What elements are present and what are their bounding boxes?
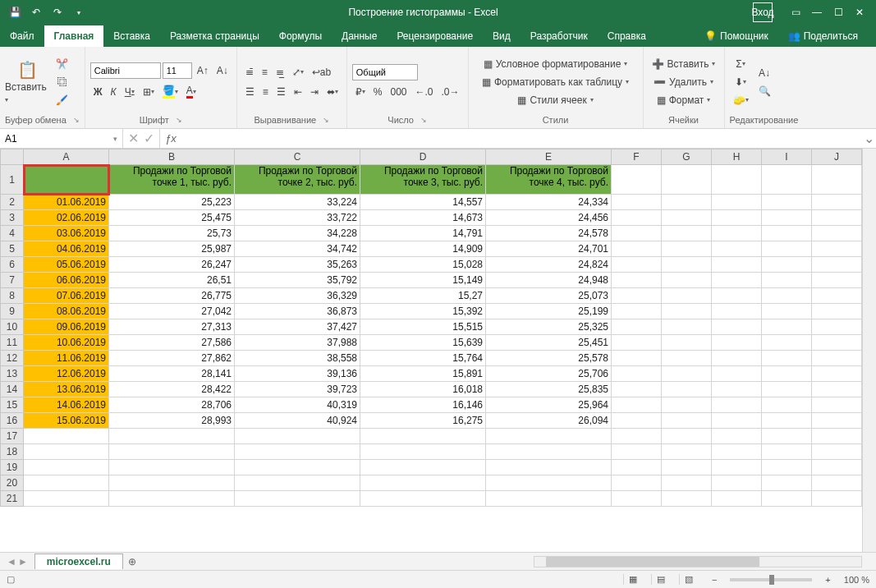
cell[interactable]	[812, 210, 862, 226]
data-cell[interactable]: 40,924	[235, 413, 360, 429]
cell[interactable]	[662, 397, 712, 413]
date-cell[interactable]: 12.06.2019	[24, 366, 109, 382]
zoom-in-button[interactable]: +	[820, 575, 835, 585]
cell[interactable]	[662, 351, 712, 366]
cells-grid[interactable]: ABCDEFGHIJ1Продажи по Торговой точке 1, …	[0, 149, 862, 552]
data-cell[interactable]: 28,422	[109, 382, 235, 397]
data-cell[interactable]: 14,791	[360, 226, 486, 241]
undo-icon[interactable]: ↶	[26, 2, 46, 22]
cell[interactable]	[712, 241, 762, 257]
zoom-slider[interactable]	[730, 578, 812, 581]
horizontal-scrollbar[interactable]	[534, 556, 862, 567]
cell[interactable]	[712, 460, 762, 475]
cell[interactable]	[235, 429, 360, 444]
align-middle-button[interactable]: ≡	[259, 64, 271, 80]
cell[interactable]	[812, 304, 862, 319]
data-cell[interactable]: 39,723	[235, 382, 360, 397]
row-header[interactable]: 9	[1, 304, 24, 319]
row-header[interactable]: 19	[1, 460, 24, 475]
data-cell[interactable]: 28,993	[109, 413, 235, 429]
increase-decimal-button[interactable]: ←.0	[412, 84, 437, 100]
header-cell[interactable]: Продажи по Торговой точке 3, тыс. руб.	[360, 165, 486, 195]
cell[interactable]	[762, 366, 812, 382]
cell[interactable]	[662, 226, 712, 241]
cell[interactable]	[612, 475, 662, 491]
date-cell[interactable]: 04.06.2019	[24, 241, 109, 257]
cell[interactable]	[662, 366, 712, 382]
borders-button[interactable]: ⊞	[140, 84, 158, 100]
cell[interactable]	[762, 460, 812, 475]
sort-filter-button[interactable]: A↓	[755, 65, 774, 81]
cell[interactable]	[24, 460, 109, 475]
tab-home[interactable]: Главная	[44, 25, 104, 47]
wrap-text-button[interactable]: ↩ab	[309, 64, 334, 80]
redo-icon[interactable]: ↷	[48, 2, 67, 22]
tab-formulas[interactable]: Формулы	[269, 25, 332, 47]
col-header[interactable]: G	[662, 149, 712, 165]
col-header[interactable]: J	[812, 149, 862, 165]
cell[interactable]	[662, 195, 712, 210]
cell[interactable]	[662, 241, 712, 257]
date-cell[interactable]: 09.06.2019	[24, 319, 109, 335]
data-cell[interactable]: 14,557	[360, 195, 486, 210]
select-all[interactable]	[1, 149, 24, 165]
data-cell[interactable]: 33,224	[235, 195, 360, 210]
data-cell[interactable]: 25,325	[486, 319, 612, 335]
data-cell[interactable]: 25,073	[486, 288, 612, 304]
cell[interactable]	[762, 429, 812, 444]
cell[interactable]	[612, 366, 662, 382]
cell[interactable]	[712, 165, 762, 195]
row-header[interactable]: 13	[1, 366, 24, 382]
cell[interactable]	[762, 444, 812, 460]
date-cell[interactable]: 15.06.2019	[24, 413, 109, 429]
save-icon[interactable]: 💾	[5, 2, 25, 22]
col-header[interactable]: E	[486, 149, 612, 165]
data-cell[interactable]: 35,792	[235, 273, 360, 288]
cell[interactable]	[662, 382, 712, 397]
row-header[interactable]: 7	[1, 273, 24, 288]
cell[interactable]	[486, 460, 612, 475]
cell[interactable]	[662, 257, 712, 273]
cell[interactable]	[712, 475, 762, 491]
data-cell[interactable]: 36,329	[235, 288, 360, 304]
cell[interactable]	[612, 413, 662, 429]
cell[interactable]	[762, 351, 812, 366]
minimize-icon[interactable]: —	[807, 2, 827, 22]
font-name-input[interactable]	[90, 62, 161, 79]
cell[interactable]	[762, 257, 812, 273]
cell[interactable]	[235, 460, 360, 475]
cell-a1[interactable]	[24, 165, 109, 195]
font-dialog-icon[interactable]: ↘	[176, 116, 182, 124]
cell[interactable]	[109, 460, 235, 475]
data-cell[interactable]: 15,764	[360, 351, 486, 366]
format-painter-button[interactable]: 🖌️	[53, 92, 71, 108]
cell[interactable]	[662, 444, 712, 460]
row-header[interactable]: 20	[1, 475, 24, 491]
cell[interactable]	[812, 413, 862, 429]
cell[interactable]	[812, 165, 862, 195]
data-cell[interactable]: 37,988	[235, 335, 360, 351]
row-header[interactable]: 1	[1, 165, 24, 195]
row-header[interactable]: 16	[1, 413, 24, 429]
cell[interactable]	[612, 210, 662, 226]
cell[interactable]	[612, 429, 662, 444]
data-cell[interactable]: 27,313	[109, 319, 235, 335]
date-cell[interactable]: 03.06.2019	[24, 226, 109, 241]
data-cell[interactable]: 26,247	[109, 257, 235, 273]
cell[interactable]	[662, 319, 712, 335]
fill-color-button[interactable]: 🪣	[159, 82, 181, 101]
cell[interactable]	[712, 429, 762, 444]
data-cell[interactable]: 25,578	[486, 351, 612, 366]
cell[interactable]	[612, 241, 662, 257]
cell[interactable]	[612, 304, 662, 319]
tab-data[interactable]: Данные	[332, 25, 387, 47]
formula-input[interactable]	[181, 129, 861, 148]
row-header[interactable]: 8	[1, 288, 24, 304]
date-cell[interactable]: 06.06.2019	[24, 273, 109, 288]
cell[interactable]	[109, 429, 235, 444]
cell[interactable]	[762, 241, 812, 257]
row-header[interactable]: 10	[1, 319, 24, 335]
row-header[interactable]: 6	[1, 257, 24, 273]
bold-button[interactable]: Ж	[90, 84, 106, 100]
cell[interactable]	[812, 288, 862, 304]
